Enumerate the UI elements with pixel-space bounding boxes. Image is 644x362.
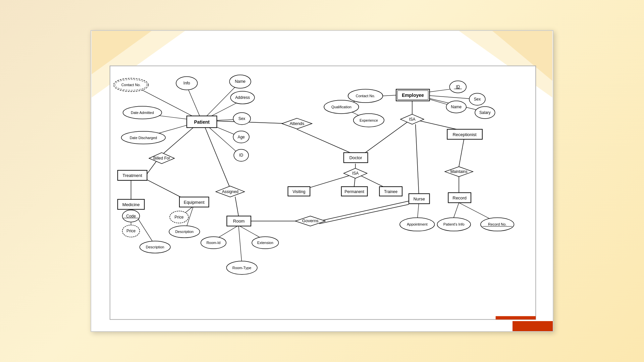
entity-visiting: Visiting bbox=[292, 189, 305, 194]
entity-patient: Patient bbox=[194, 119, 210, 125]
entity-permanent: Permanent bbox=[344, 189, 364, 194]
attr-room-type: Room-Type bbox=[232, 266, 252, 270]
attr-id-emp: ID bbox=[456, 84, 460, 89]
attr-room-id: Room-Id bbox=[206, 241, 220, 245]
rel-assigned: Assigned bbox=[222, 189, 238, 194]
rel-billed-for: Billed For bbox=[153, 156, 170, 161]
attr-patients-info: Patient's Info bbox=[443, 222, 465, 226]
entity-employee: Employee bbox=[402, 93, 424, 98]
entity-treatment: Treatment bbox=[122, 173, 142, 178]
rel-governs: Governs bbox=[302, 218, 319, 223]
isa-doctor: ISA bbox=[352, 171, 359, 176]
entity-trainee: Trainee bbox=[384, 189, 397, 194]
attr-id-patient: ID bbox=[239, 153, 243, 158]
isa-employee: ISA bbox=[409, 117, 415, 122]
attr-contact-no-emp: Contact No. bbox=[356, 94, 375, 98]
rel-attends: Attends bbox=[289, 121, 304, 126]
bottom-accent bbox=[513, 321, 553, 331]
attr-appointment: Appointment bbox=[407, 222, 427, 226]
attr-sex-patient: Sex bbox=[238, 116, 246, 121]
attr-sex-emp: Sex bbox=[474, 97, 481, 102]
entity-medicine: Medicine bbox=[122, 202, 140, 207]
entity-doctor: Doctor bbox=[349, 155, 362, 160]
attr-code: Code bbox=[126, 214, 136, 219]
attr-contact-no-patient: Contact No. bbox=[121, 83, 141, 87]
rel-maintains: Maintains bbox=[450, 169, 468, 174]
attr-price-medicine: Price bbox=[126, 229, 136, 233]
attr-name-emp: Name bbox=[451, 105, 462, 109]
attr-experience: Experience bbox=[360, 118, 378, 122]
entity-receptionist: Receptionist bbox=[453, 132, 477, 137]
slide-container: Patient Employee Doctor Nurse Receptioni… bbox=[91, 30, 553, 332]
attr-address: Address bbox=[235, 95, 250, 100]
entity-equipment: Equipment bbox=[184, 200, 205, 205]
entity-record: Record bbox=[452, 195, 467, 200]
attr-description-equipment: Description bbox=[175, 230, 194, 234]
entity-room: Room bbox=[233, 219, 245, 224]
attr-record-no: Record No. bbox=[488, 222, 506, 226]
attr-name-patient: Name bbox=[235, 79, 246, 84]
entity-nurse: Nurse bbox=[413, 196, 425, 201]
attr-price-equipment: Price bbox=[174, 215, 184, 220]
attr-salary: Salary bbox=[479, 110, 491, 115]
attr-extension: Extension bbox=[257, 241, 273, 245]
attr-age: Age bbox=[237, 135, 245, 139]
attr-info: Info bbox=[183, 81, 190, 85]
attr-date-admitted: Date Admitted bbox=[131, 111, 154, 115]
attr-description-medicine: Description bbox=[146, 245, 164, 249]
attr-date-discharged: Date Discharged bbox=[130, 136, 157, 140]
svg-rect-5 bbox=[496, 316, 536, 319]
attr-qualification: Qualification bbox=[331, 105, 352, 109]
